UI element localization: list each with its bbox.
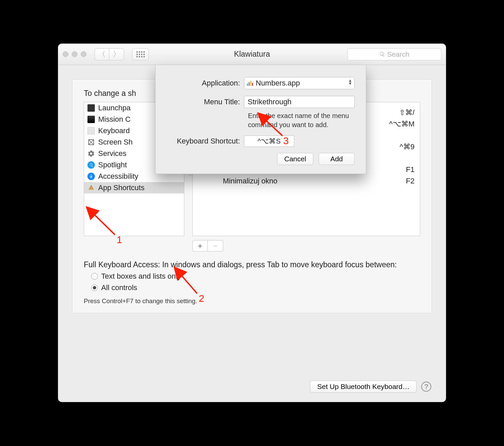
- search-icon: [379, 51, 385, 57]
- forward-button[interactable]: 〉: [109, 48, 124, 60]
- sidebar-item-label: Screen Sh: [98, 138, 133, 147]
- shortcut-key: F2: [406, 177, 415, 185]
- sidebar-item-label: App Shortcuts: [98, 183, 144, 192]
- menu-title-hint: Enter the exact name of the menu command…: [248, 111, 355, 129]
- footer: Set Up Bluetooth Keyboard… ?: [310, 381, 431, 393]
- add-confirm-button[interactable]: Add: [319, 153, 355, 165]
- sidebar-item-label: Services: [98, 149, 126, 158]
- chevron-left-icon: 〈: [98, 49, 106, 59]
- spotlight-icon: [87, 161, 95, 169]
- shortcut-key: ^⌘9: [399, 143, 415, 151]
- accessibility-icon: [87, 173, 95, 180]
- shortcut-key: F1: [406, 165, 415, 174]
- shortcut-key: ^⌥⌘M: [389, 120, 415, 128]
- add-button[interactable]: ＋: [192, 240, 208, 252]
- keyboard-shortcut-value: ^⌥⌘S: [258, 137, 281, 145]
- popup-arrows-icon: ▲▼: [348, 79, 352, 85]
- bluetooth-label: Set Up Bluetooth Keyboard…: [317, 383, 410, 390]
- menu-title-input[interactable]: Strikethrough: [244, 96, 355, 108]
- application-label: Application:: [167, 79, 244, 88]
- sidebar-item-app-shortcuts[interactable]: App Shortcuts: [84, 182, 184, 193]
- menu-title-value: Strikethrough: [248, 98, 292, 106]
- close-window-button[interactable]: [63, 51, 68, 57]
- show-all-button[interactable]: [132, 48, 149, 60]
- cancel-button[interactable]: Cancel: [277, 153, 313, 165]
- sidebar-item-label: Mission C: [98, 115, 131, 124]
- full-keyboard-access-text: Full Keyboard Access: In windows and dia…: [84, 260, 420, 269]
- add-label: Add: [330, 155, 343, 163]
- chevron-right-icon: 〉: [113, 49, 120, 59]
- plus-icon: ＋: [196, 241, 204, 251]
- help-button[interactable]: ?: [421, 382, 431, 392]
- keyboard-shortcut-label: Keyboard Shortcut:: [167, 137, 244, 146]
- intro-left: To change a sh: [84, 89, 136, 98]
- application-popup[interactable]: Numbers.app ▲▼: [244, 77, 355, 89]
- radio-text-boxes[interactable]: Text boxes and lists only: [91, 272, 420, 281]
- keyboard-shortcut-input[interactable]: ^⌥⌘S: [244, 135, 294, 147]
- radio-icon: [91, 273, 98, 280]
- bluetooth-keyboard-button[interactable]: Set Up Bluetooth Keyboard…: [310, 381, 417, 393]
- minimize-window-button[interactable]: [72, 51, 77, 57]
- shortcut-row[interactable]: Minimalizuj okno F2: [193, 175, 420, 187]
- gear-icon: [87, 150, 95, 157]
- numbers-app-icon: [247, 80, 253, 86]
- traffic-lights: [63, 51, 86, 57]
- search-field[interactable]: Search: [348, 48, 441, 60]
- add-shortcut-sheet: Application: Numbers.app ▲▼ Menu Title: …: [155, 65, 366, 174]
- radio-label: Text boxes and lists only: [101, 272, 181, 281]
- keyboard-icon: [87, 127, 95, 134]
- radio-all-controls[interactable]: All controls: [91, 283, 420, 292]
- add-remove-segment: ＋ －: [192, 240, 420, 252]
- launchpad-icon: [87, 104, 95, 112]
- sidebar-item-label: Accessibility: [98, 172, 138, 181]
- nav-back-forward: 〈 〉: [94, 48, 124, 60]
- application-value: Numbers.app: [256, 79, 300, 88]
- sidebar-item-label: Keyboard: [98, 126, 130, 135]
- sidebar-item-label: Spotlight: [98, 161, 127, 169]
- shortcut-key: ⇧⌘/: [399, 108, 415, 117]
- radio-label: All controls: [101, 283, 137, 292]
- zoom-window-button[interactable]: [81, 51, 86, 57]
- preferences-window: 〈 〉 Klawiatura Search To change a sh eys…: [58, 44, 446, 402]
- radio-icon: [91, 284, 98, 291]
- back-button[interactable]: 〈: [94, 48, 109, 60]
- question-icon: ?: [424, 383, 428, 391]
- grid-icon: [136, 51, 145, 57]
- minus-icon: －: [212, 241, 219, 251]
- app-shortcuts-icon: [87, 184, 95, 191]
- sidebar-item-label: Launchpa: [98, 104, 131, 112]
- mission-control-icon: [87, 116, 95, 123]
- shortcut-label: Minimalizuj okno: [223, 177, 277, 185]
- remove-button[interactable]: －: [208, 240, 223, 252]
- fka-hint: Press Control+F7 to change this setting.: [84, 297, 420, 305]
- cancel-label: Cancel: [284, 155, 306, 163]
- titlebar: 〈 〉 Klawiatura Search: [58, 44, 446, 65]
- menu-title-label: Menu Title:: [167, 98, 244, 106]
- svg-point-1: [91, 175, 92, 176]
- search-placeholder: Search: [387, 50, 410, 58]
- screenshot-icon: [87, 138, 95, 146]
